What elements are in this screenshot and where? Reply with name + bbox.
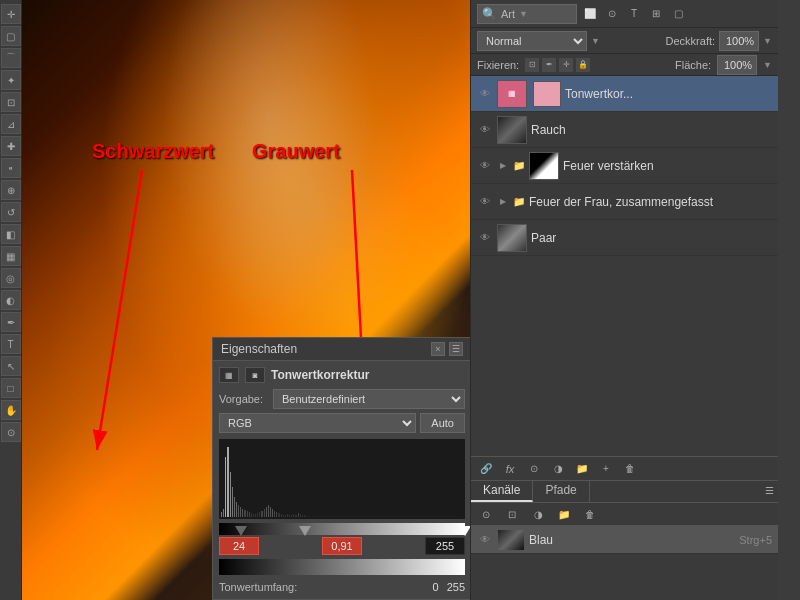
adjustment-btn[interactable]: ◑ <box>549 460 567 478</box>
search-box[interactable]: 🔍 Art ▼ <box>477 4 577 24</box>
channels-action4[interactable]: 📁 <box>555 505 573 523</box>
crop-tool[interactable]: ⊡ <box>1 92 21 112</box>
path-selection-tool[interactable]: ↖ <box>1 356 21 376</box>
channels-action2[interactable]: ⊡ <box>503 505 521 523</box>
heal-tool[interactable]: ✚ <box>1 136 21 156</box>
flaeche-input[interactable] <box>717 55 757 75</box>
panel-menu-btn[interactable]: ☰ <box>449 342 463 356</box>
magic-wand-tool[interactable]: ✦ <box>1 70 21 90</box>
link-layers-btn[interactable]: 🔗 <box>477 460 495 478</box>
grid-icon-toolbar[interactable]: ⊞ <box>647 5 665 23</box>
vorgabe-select[interactable]: Benutzerdefiniert <box>273 389 465 409</box>
opacity-label: Deckkraft: <box>666 35 716 47</box>
panel-close-btn[interactable]: × <box>431 342 445 356</box>
blend-mode-select[interactable]: Normal <box>477 31 587 51</box>
hand-tool[interactable]: ✋ <box>1 400 21 420</box>
left-toolbar: ✛ ▢ ⌒ ✦ ⊡ ⊿ ✚ ⁌ ⊕ ↺ ◧ ▦ ◎ ◐ ✒ T ↖ □ ✋ ⊙ <box>0 0 22 600</box>
shape-tool[interactable]: □ <box>1 378 21 398</box>
auto-button[interactable]: Auto <box>420 413 465 433</box>
panel-title-row: ▦ ◙ Tonwertkorrektur <box>219 367 465 383</box>
selection-tool[interactable]: ▢ <box>1 26 21 46</box>
eyedropper-tool[interactable]: ⊿ <box>1 114 21 134</box>
layer-expand-feuerfr[interactable]: ▶ <box>497 196 509 208</box>
white-value-box[interactable]: 255 <box>425 537 465 555</box>
panel-content: ▦ ◙ Tonwertkorrektur Vorgabe: Benutzerde… <box>213 361 470 599</box>
tab-kanaele[interactable]: Kanäle <box>471 481 533 502</box>
layer-item-feuerv[interactable]: 👁 ▶ 📁 Feuer verstärken <box>471 148 778 184</box>
gray-value-box[interactable]: 0,91 <box>322 537 362 555</box>
lock-transparency-icon[interactable]: ⊡ <box>525 58 539 72</box>
search-text: Art <box>501 8 515 20</box>
delete-layer-btn[interactable]: 🗑 <box>621 460 639 478</box>
gray-handle[interactable] <box>299 526 311 536</box>
layer-item-tonwert[interactable]: 👁 ▦ Tonwertkor... <box>471 76 778 112</box>
layer-vis-tonwert[interactable]: 👁 <box>477 86 493 102</box>
layer-vis-paar[interactable]: 👁 <box>477 230 493 246</box>
fx-btn[interactable]: fx <box>501 460 519 478</box>
lasso-tool[interactable]: ⌒ <box>1 48 21 68</box>
new-layer-btn[interactable]: + <box>597 460 615 478</box>
layer-name-feuerv: Feuer verstärken <box>563 159 772 173</box>
output-gradient[interactable] <box>219 559 465 575</box>
blur-tool[interactable]: ◎ <box>1 268 21 288</box>
layer-vis-feuerv[interactable]: 👁 <box>477 158 493 174</box>
layer-item-rauch[interactable]: 👁 Rauch <box>471 112 778 148</box>
channels-action5[interactable]: 🗑 <box>581 505 599 523</box>
new-image-icon[interactable]: ⬜ <box>581 5 599 23</box>
search-dropdown-arrow[interactable]: ▼ <box>519 9 528 19</box>
output-label: Tonwertumfang: <box>219 581 297 593</box>
layer-vis-feuerfr[interactable]: 👁 <box>477 194 493 210</box>
lock-paint-icon[interactable]: ✒ <box>542 58 556 72</box>
opacity-input[interactable] <box>719 31 759 51</box>
dodge-tool[interactable]: ◐ <box>1 290 21 310</box>
grauwert-annotation: Grauwert <box>252 140 340 163</box>
opacity-dropdown-arrow: ▼ <box>763 36 772 46</box>
channel-vis-blau[interactable]: 👁 <box>477 532 493 548</box>
lock-move-icon[interactable]: ✛ <box>559 58 573 72</box>
layer-item-paar[interactable]: 👁 Paar <box>471 220 778 256</box>
output-row: Tonwertumfang: 0 255 <box>219 581 465 593</box>
eraser-tool[interactable]: ◧ <box>1 224 21 244</box>
layer-folder-icon-feuerv: 📁 <box>513 160 525 171</box>
group-btn[interactable]: 📁 <box>573 460 591 478</box>
camera-icon[interactable]: ⊙ <box>603 5 621 23</box>
square-icon-toolbar[interactable]: ▢ <box>669 5 687 23</box>
black-value-box[interactable]: 24 <box>219 537 259 555</box>
panel-controls: × ☰ <box>431 342 463 356</box>
layer-name-feuerfr: Feuer der Frau, zusammengefasst <box>529 195 772 209</box>
lock-all-icon[interactable]: 🔒 <box>576 58 590 72</box>
add-mask-btn[interactable]: ⊙ <box>525 460 543 478</box>
layer-mask-tonwert <box>533 81 561 107</box>
pen-tool[interactable]: ✒ <box>1 312 21 332</box>
layer-vis-rauch[interactable]: 👁 <box>477 122 493 138</box>
black-handle[interactable] <box>235 526 247 536</box>
top-toolbar: 🔍 Art ▼ ⬜ ⊙ T ⊞ ▢ <box>471 0 778 28</box>
zoom-tool[interactable]: ⊙ <box>1 422 21 442</box>
vorgabe-label: Vorgabe: <box>219 393 269 405</box>
history-brush-tool[interactable]: ↺ <box>1 202 21 222</box>
output-values: 0 255 <box>433 581 465 593</box>
channels-action1[interactable]: ⊙ <box>477 505 495 523</box>
white-handle[interactable] <box>459 526 470 536</box>
histogram <box>219 439 465 519</box>
text-icon-toolbar[interactable]: T <box>625 5 643 23</box>
channel-thumb-blau <box>497 529 525 551</box>
text-tool[interactable]: T <box>1 334 21 354</box>
channels-action3[interactable]: ◑ <box>529 505 547 523</box>
panel-menu-channels[interactable]: ☰ <box>760 481 778 499</box>
gradient-tool[interactable]: ▦ <box>1 246 21 266</box>
input-slider-gradient[interactable] <box>219 523 465 535</box>
lock-icons: ⊡ ✒ ✛ 🔒 <box>525 58 590 72</box>
channel-item-blau[interactable]: 👁 Blau Strg+5 <box>471 526 778 554</box>
layer-item-feuerfr[interactable]: 👁 ▶ 📁 Feuer der Frau, zusammengefasst <box>471 184 778 220</box>
clone-tool[interactable]: ⊕ <box>1 180 21 200</box>
output-min: 0 <box>433 581 439 593</box>
channel-select[interactable]: RGB <box>219 413 416 433</box>
layer-thumb-paar <box>497 224 527 252</box>
channel-name-blau: Blau <box>529 533 735 547</box>
brush-tool[interactable]: ⁌ <box>1 158 21 178</box>
panel-subtitle: Tonwertkorrektur <box>271 368 369 382</box>
layer-expand-feuerv[interactable]: ▶ <box>497 160 509 172</box>
move-tool[interactable]: ✛ <box>1 4 21 24</box>
tab-pfade[interactable]: Pfade <box>533 481 589 502</box>
